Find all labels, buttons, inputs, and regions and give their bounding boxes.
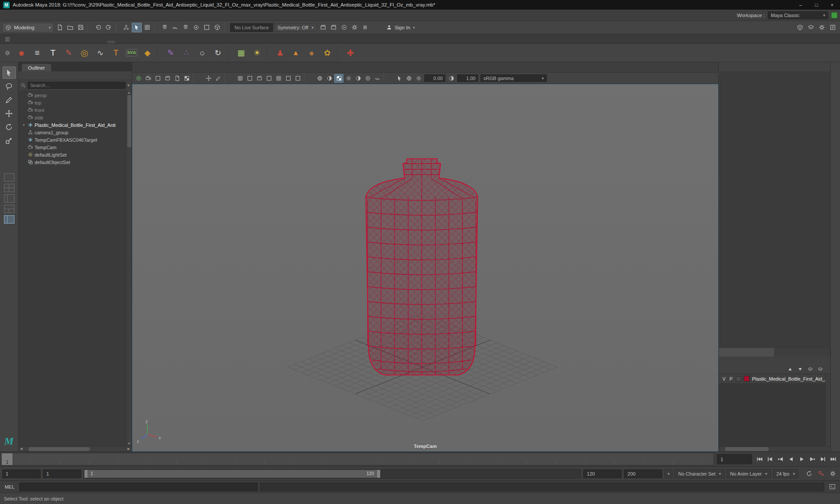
fps-dropdown[interactable]: 24 fps ▾ <box>773 469 799 478</box>
isolate-select-icon[interactable] <box>395 74 404 83</box>
camera-attributes-icon[interactable] <box>163 74 172 83</box>
shelf-flower-icon[interactable]: ✿ <box>320 46 335 60</box>
gate-mask-icon[interactable] <box>264 74 273 83</box>
shelf-arrow-icon[interactable]: ▲ <box>288 46 303 60</box>
anim-layer-dropdown[interactable]: No Anim Layer ▾ <box>727 469 771 478</box>
auto-key-icon[interactable] <box>816 469 826 479</box>
playback-loop-icon[interactable] <box>804 469 814 479</box>
viewport-canvas[interactable]: x y z TempCam <box>132 84 718 452</box>
use-all-lights-icon[interactable] <box>344 74 353 83</box>
bottle-wireframe-object[interactable] <box>366 159 478 375</box>
layer-visibility-toggle[interactable]: V <box>721 376 727 382</box>
outliner-item[interactable]: camera1_group <box>18 129 126 136</box>
shelf-poly-type-icon[interactable]: T <box>108 46 123 60</box>
step-back-key-button[interactable] <box>775 453 786 466</box>
shelf-tab[interactable] <box>76 41 84 43</box>
outliner-item[interactable]: TempCamFBXASC046Target <box>18 136 126 144</box>
motion-blur-icon[interactable] <box>373 74 382 83</box>
save-scene-icon[interactable] <box>76 23 86 32</box>
view-transform-dropdown[interactable]: sRGB gamma ▾ <box>480 74 547 82</box>
toggle-modeling-toolkit-icon[interactable] <box>795 23 805 32</box>
layout-four-pane[interactable] <box>4 184 14 192</box>
snap-to-projected-center-icon[interactable] <box>191 23 201 32</box>
time-slider-track[interactable]: 1 <box>1 453 714 466</box>
exposure-field[interactable]: 0.00 <box>424 74 445 82</box>
move-layer-down-icon[interactable] <box>796 366 804 373</box>
shelf-circle-icon[interactable]: ○ <box>195 46 210 60</box>
shelf-tab[interactable] <box>131 41 139 43</box>
Plastic_Medical_Bottle_First_Aid_Anti[interactable]: V P Plastic_Medical_Bottle_First_Aid_Ant… <box>719 374 825 384</box>
shelf-svg-icon[interactable]: SVG <box>124 46 139 60</box>
command-input[interactable] <box>19 483 258 491</box>
make-object-live-icon[interactable] <box>212 23 222 32</box>
shelf-tab[interactable] <box>115 41 123 43</box>
layout-two-pane[interactable] <box>4 194 14 203</box>
shelf-tab[interactable] <box>13 41 21 43</box>
scale-tool[interactable] <box>3 134 16 147</box>
shelf-sphere-icon[interactable]: ● <box>14 46 29 60</box>
layer-editor-tab[interactable] <box>719 348 775 357</box>
range-start-handle[interactable] <box>84 470 88 478</box>
create-empty-layer-icon[interactable] <box>806 366 814 373</box>
layer-color-swatch[interactable] <box>744 376 749 382</box>
select-by-hierarchy-icon[interactable] <box>121 23 131 32</box>
select-camera-icon[interactable] <box>144 74 153 83</box>
layout-single-pane[interactable] <box>4 173 14 182</box>
shelf-tab[interactable] <box>99 41 107 43</box>
rotate-tool[interactable] <box>3 121 16 133</box>
open-scene-icon[interactable] <box>65 23 75 32</box>
move-tool[interactable] <box>3 107 16 119</box>
snap-to-view-planes-icon[interactable] <box>202 23 212 32</box>
select-by-component-icon[interactable] <box>142 23 152 32</box>
textured-display-icon[interactable] <box>334 74 343 83</box>
scroll-down-icon[interactable]: ▼ <box>128 441 131 446</box>
toggle-attribute-editor-icon[interactable] <box>806 23 816 32</box>
current-frame-field[interactable]: 1 <box>717 454 752 464</box>
2d-pan-zoom-icon[interactable] <box>204 74 213 83</box>
layer-playback-toggle[interactable]: P <box>728 376 734 382</box>
scroll-right-icon[interactable]: ▶ <box>127 447 131 451</box>
layout-outliner-persp[interactable] <box>4 215 14 224</box>
outliner-item[interactable]: + Plastic_Medical_Bottle_First_Aid_Anti <box>18 121 126 129</box>
shelf-options-gear-icon[interactable] <box>2 46 13 60</box>
snap-to-points-icon[interactable] <box>181 23 191 32</box>
renderer-indicator-icon[interactable] <box>134 74 143 83</box>
range-slider-track[interactable]: 1 120 <box>84 469 581 479</box>
scroll-up-icon[interactable]: ▲ <box>128 90 131 95</box>
play-backwards-button[interactable] <box>786 453 796 466</box>
outliner-horizontal-scrollbar[interactable]: ◀ ▶ <box>18 446 132 452</box>
field-chart-icon[interactable] <box>274 74 283 83</box>
image-plane-icon[interactable] <box>182 74 191 83</box>
symmetry-dropdown[interactable]: Symmetry: Off ▾ <box>274 23 317 32</box>
whats-new-icon[interactable] <box>831 12 837 18</box>
layer-display-type-box[interactable] <box>736 376 741 382</box>
expand-icon[interactable]: + <box>21 123 26 127</box>
select-by-object-icon[interactable] <box>132 23 142 32</box>
step-forward-frame-button[interactable] <box>817 453 828 466</box>
close-button[interactable]: × <box>824 0 840 10</box>
shelf-paint-effects-icon[interactable]: ✎ <box>163 46 178 60</box>
shelf-curve-icon[interactable]: ∿ <box>93 46 108 60</box>
screen-space-ao-icon[interactable] <box>363 74 372 83</box>
shelf-light-icon[interactable]: ☀ <box>249 46 264 60</box>
lasso-select-tool[interactable] <box>3 80 16 92</box>
outliner-item[interactable]: side <box>18 114 126 121</box>
script-editor-icon[interactable] <box>826 482 838 492</box>
scrollbar-thumb[interactable] <box>127 95 131 147</box>
shelf-tab[interactable] <box>60 41 68 43</box>
scrollbar-thumb[interactable] <box>28 447 90 451</box>
maximize-button[interactable]: □ <box>808 0 824 10</box>
snap-to-grids-icon[interactable] <box>160 23 170 32</box>
shelf-spray-icon[interactable]: ∴ <box>179 46 194 60</box>
current-frame-marker[interactable]: 1 <box>2 453 13 465</box>
shelf-tab[interactable] <box>28 41 36 43</box>
ipr-render-icon[interactable] <box>339 23 349 32</box>
bookmarks-icon[interactable] <box>172 74 182 83</box>
shelf-tab[interactable] <box>68 41 76 43</box>
create-layer-from-selected-icon[interactable] <box>816 366 824 373</box>
shelf-tab[interactable] <box>123 41 131 43</box>
range-options-dropdown[interactable]: ▾ <box>665 469 672 478</box>
move-layer-up-icon[interactable] <box>786 366 794 373</box>
toggle-channel-box-icon[interactable] <box>828 23 838 32</box>
play-forwards-button[interactable] <box>796 453 807 466</box>
